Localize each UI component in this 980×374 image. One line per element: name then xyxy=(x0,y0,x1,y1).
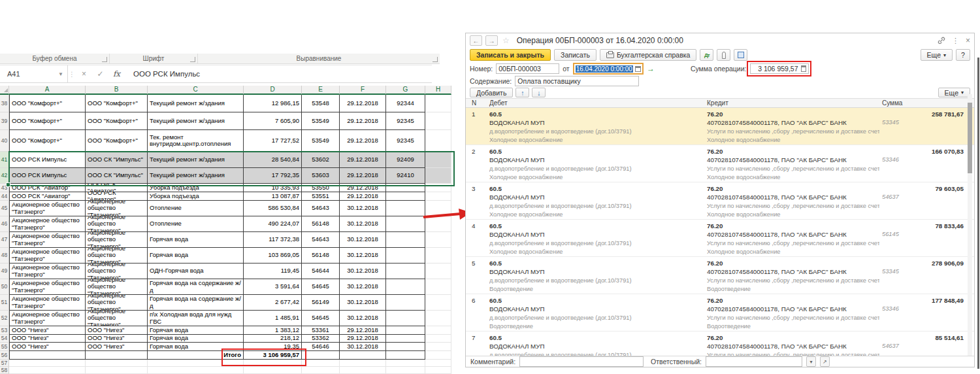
excel-cell[interactable]: 53362 xyxy=(302,335,340,343)
excel-cell[interactable]: 53549 xyxy=(302,112,340,130)
excel-cell[interactable]: ООО РСК "Авиатор" xyxy=(9,192,86,201)
excel-cell[interactable] xyxy=(386,264,425,279)
excel-cell[interactable]: 30.12.2018 xyxy=(340,343,386,351)
dialog-launcher-icon[interactable] xyxy=(190,57,195,62)
excel-cell[interactable]: Акционерное общество "Татэнерго" xyxy=(9,264,86,279)
sum-input[interactable]: 3 106 959,57 xyxy=(750,63,809,74)
content-input[interactable]: Оплата поставщику xyxy=(515,76,639,86)
excel-cell[interactable]: Акционерное общество "Татэнерго" xyxy=(86,248,148,264)
excel-cell[interactable]: 56148 xyxy=(302,248,340,264)
column-header-sum[interactable]: Сумма xyxy=(879,99,970,107)
excel-cell[interactable]: ООО РСК "Авиатор" xyxy=(86,184,148,192)
column-header-debit[interactable]: Дебет xyxy=(485,99,703,107)
excel-cell[interactable]: 54643 xyxy=(302,232,340,248)
excel-cell[interactable]: Акционерное общество "Татэнерго" xyxy=(9,216,86,232)
excel-cell[interactable] xyxy=(386,232,425,248)
excel-cell[interactable]: Тек. ремонт внутридом.центр.отопления xyxy=(148,130,244,152)
excel-cell[interactable] xyxy=(386,184,425,192)
excel-cell[interactable]: 7 605,90 xyxy=(244,112,302,130)
excel-cell[interactable]: ООО СК "Импульс" xyxy=(86,152,148,168)
excel-cell[interactable]: ООО "Комфорт+" xyxy=(86,112,148,130)
excel-cell[interactable] xyxy=(244,360,302,367)
excel-cell[interactable]: Горячая вода xyxy=(148,248,244,264)
excel-cell[interactable]: 1 485,91 xyxy=(244,311,302,326)
excel-row-header[interactable]: 50 xyxy=(0,279,9,295)
excel-cell[interactable]: 28 540,84 xyxy=(244,152,302,168)
excel-cell[interactable] xyxy=(9,367,86,374)
excel-column-header[interactable]: B xyxy=(86,86,148,95)
excel-cell[interactable]: ООО СК "Импульс" xyxy=(86,168,148,184)
excel-row-header[interactable]: 55 xyxy=(0,343,9,351)
column-header-n[interactable]: N xyxy=(466,99,485,107)
excel-cell[interactable]: 30.12.2018 xyxy=(340,201,386,216)
formula-bar-input[interactable]: ООО РСК Импульс xyxy=(125,65,432,82)
excel-cell[interactable]: Уборка подъезда xyxy=(148,192,244,201)
excel-cell[interactable] xyxy=(302,367,340,374)
chevron-down-icon[interactable]: ▼ xyxy=(58,71,63,77)
excel-row-header[interactable]: 38 xyxy=(0,95,9,112)
excel-cell[interactable]: ООО "Нигез" xyxy=(86,326,148,335)
excel-cell[interactable] xyxy=(425,326,451,335)
excel-cell[interactable] xyxy=(425,343,451,351)
excel-cell[interactable]: Акционерное общество "Татэнерго" xyxy=(86,279,148,295)
excel-cell[interactable]: 92345 xyxy=(386,112,425,130)
save-button[interactable]: Записать xyxy=(554,49,596,61)
excel-cell[interactable]: 17 727,52 xyxy=(244,130,302,152)
excel-cell[interactable]: Текущий ремонт ж/здания xyxy=(148,95,244,112)
comment-input[interactable] xyxy=(519,356,644,367)
excel-cell[interactable]: 29.12.2018 xyxy=(340,326,386,335)
excel-cell[interactable] xyxy=(425,130,451,152)
excel-cell[interactable] xyxy=(9,351,86,360)
excel-cell[interactable]: Уборка подъезда xyxy=(148,184,244,192)
excel-cell[interactable] xyxy=(386,351,425,360)
excel-cell[interactable]: 17 792,35 xyxy=(244,168,302,184)
excel-cell[interactable] xyxy=(425,311,451,326)
excel-cell[interactable]: Акционерное общество "Татэнерго" xyxy=(9,311,86,326)
excel-cell[interactable] xyxy=(302,351,340,360)
excel-cell[interactable]: ООО РСК Импульс xyxy=(9,152,86,168)
excel-cell[interactable]: ООО "Нигез" xyxy=(86,335,148,343)
more-button[interactable]: Еще▾ xyxy=(921,49,953,61)
vertical-scrollbar[interactable] xyxy=(968,94,972,358)
excel-row-header[interactable]: 56 xyxy=(0,351,9,360)
excel-cell[interactable]: Итого xyxy=(148,351,244,360)
excel-cell[interactable] xyxy=(86,360,148,367)
onec-entry-row[interactable]: 660.5ВОДОКАНАЛ МУПд.водопотребление и во… xyxy=(466,294,974,332)
excel-cell[interactable]: ООО "Комфорт+" xyxy=(9,95,86,112)
excel-cell[interactable]: Текущий ремонт ж/здания xyxy=(148,152,244,168)
excel-cell[interactable] xyxy=(386,335,425,343)
dtkt-icon-button[interactable]: Дт xyxy=(700,49,713,61)
excel-cell[interactable]: ООО "Комфорт+" xyxy=(9,112,86,130)
excel-cell[interactable]: 3 106 959,57 xyxy=(244,351,302,360)
excel-cell[interactable] xyxy=(425,168,451,184)
excel-cell[interactable]: 54645 xyxy=(302,279,340,295)
excel-row-header[interactable]: 57 xyxy=(0,360,9,367)
excel-cell[interactable]: Акционерное общество "Татэнерго" xyxy=(9,295,86,311)
excel-row-header[interactable]: 47 xyxy=(0,232,9,248)
excel-cell[interactable]: 29.12.2018 xyxy=(340,112,386,130)
calculator-icon[interactable] xyxy=(801,65,806,72)
excel-cell[interactable]: Акционерное общество "Татэнерго" xyxy=(86,232,148,248)
excel-cell[interactable] xyxy=(386,367,425,374)
excel-cell[interactable]: ООО "Нигез" xyxy=(9,335,86,343)
excel-cell[interactable] xyxy=(425,360,451,367)
save-and-close-button[interactable]: Записать и закрыть xyxy=(470,49,551,61)
excel-cell[interactable]: Акционерное общество "Татэнерго" xyxy=(9,232,86,248)
link-icon[interactable] xyxy=(938,37,945,44)
excel-cell[interactable] xyxy=(340,367,386,374)
excel-cell[interactable] xyxy=(386,343,425,351)
excel-cell[interactable]: ООО "Комфорт+" xyxy=(9,130,86,152)
excel-row-header[interactable]: 41 xyxy=(0,152,9,168)
excel-column-header[interactable]: C xyxy=(148,86,244,95)
back-icon[interactable]: ← xyxy=(470,35,482,46)
excel-cell[interactable]: ООО РСК Импульс xyxy=(9,168,86,184)
scrollbar-thumb[interactable] xyxy=(968,103,972,173)
excel-cell[interactable] xyxy=(340,360,386,367)
excel-cell[interactable]: Акционерное общество "Татэнерго" xyxy=(86,264,148,279)
dialog-launcher-icon[interactable] xyxy=(433,57,438,62)
more-dots-icon[interactable]: ⋮ xyxy=(952,37,959,45)
chevron-down-icon[interactable]: ▾ xyxy=(806,356,816,367)
excel-cell[interactable] xyxy=(386,279,425,295)
responsible-input[interactable] xyxy=(706,356,802,367)
excel-row-header[interactable]: 39 xyxy=(0,112,9,130)
